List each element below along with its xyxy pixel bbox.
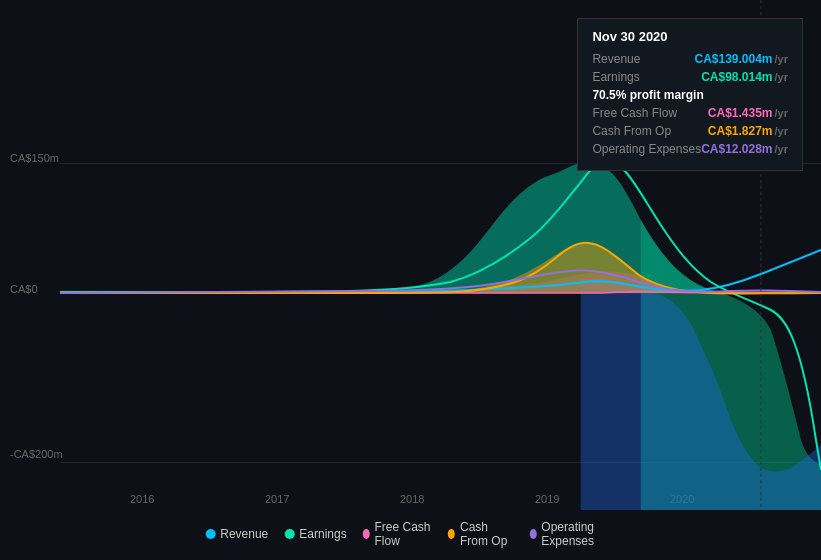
legend-opex[interactable]: Operating Expenses [529, 520, 615, 548]
tooltip-fcf-row: Free Cash Flow CA$1.435m/yr [592, 106, 788, 120]
legend-cfop-label: Cash From Op [460, 520, 514, 548]
legend-revenue-label: Revenue [220, 527, 268, 541]
legend-fcf[interactable]: Free Cash Flow [363, 520, 433, 548]
tooltip-revenue-label: Revenue [592, 52, 640, 66]
tooltip-opex-value: CA$12.028m/yr [701, 142, 788, 156]
tooltip-fcf-label: Free Cash Flow [592, 106, 677, 120]
opex-dot [529, 529, 536, 539]
legend-earnings-label: Earnings [299, 527, 346, 541]
legend-fcf-label: Free Cash Flow [374, 520, 432, 548]
y-label-bot: -CA$200m [10, 448, 63, 460]
legend-cfop[interactable]: Cash From Op [448, 520, 513, 548]
legend-opex-label: Operating Expenses [541, 520, 615, 548]
tooltip-cfop-row: Cash From Op CA$1.827m/yr [592, 124, 788, 138]
tooltip-profit-margin: 70.5% profit margin [592, 88, 788, 102]
tooltip-cfop-label: Cash From Op [592, 124, 671, 138]
tooltip-earnings-row: Earnings CA$98.014m/yr [592, 70, 788, 84]
y-label-top: CA$150m [10, 152, 59, 164]
legend-earnings[interactable]: Earnings [284, 527, 346, 541]
tooltip-fcf-value: CA$1.435m/yr [708, 106, 788, 120]
earnings-dot [284, 529, 294, 539]
tooltip-opex-label: Operating Expenses [592, 142, 701, 156]
tooltip-cfop-value: CA$1.827m/yr [708, 124, 788, 138]
legend-revenue[interactable]: Revenue [205, 527, 268, 541]
tooltip-earnings-value: CA$98.014m/yr [701, 70, 788, 84]
cfop-dot [448, 529, 455, 539]
tooltip-earnings-label: Earnings [592, 70, 639, 84]
tooltip-opex-row: Operating Expenses CA$12.028m/yr [592, 142, 788, 156]
tooltip-date: Nov 30 2020 [592, 29, 788, 44]
y-label-mid: CA$0 [10, 283, 38, 295]
tooltip-panel: Nov 30 2020 Revenue CA$139.004m/yr Earni… [577, 18, 803, 171]
fcf-dot [363, 529, 370, 539]
revenue-dot [205, 529, 215, 539]
tooltip-revenue-row: Revenue CA$139.004m/yr [592, 52, 788, 66]
tooltip-revenue-value: CA$139.004m/yr [694, 52, 788, 66]
chart-legend: Revenue Earnings Free Cash Flow Cash Fro… [205, 520, 616, 548]
